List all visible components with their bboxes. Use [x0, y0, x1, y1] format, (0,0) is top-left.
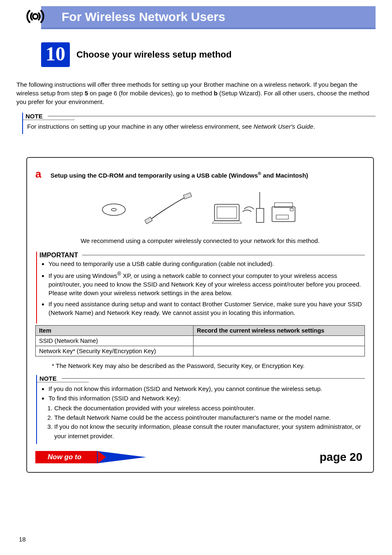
header-title: For Wireless Network Users [62, 10, 225, 24]
method-a-title: Setup using the CD-ROM and temporarily u… [51, 172, 308, 179]
important-block: IMPORTANT You need to temporarily use a … [36, 252, 365, 324]
table-footnote: * The Network Key may also be described … [52, 362, 365, 369]
step-title: Choose your wireless setup method [76, 49, 232, 60]
top-note: NOTE For instructions on setting up your… [22, 113, 376, 134]
svg-rect-8 [256, 208, 264, 222]
table-row: Network Key* (Security Key/Encryption Ke… [36, 346, 365, 356]
cell-key-label: Network Key* (Security Key/Encryption Ke… [36, 346, 194, 356]
settings-table: Item Record the current wireless network… [35, 325, 365, 356]
svg-point-0 [33, 14, 38, 19]
important-list: You need to temporarily use a USB cable … [41, 259, 362, 317]
diagram-row [35, 188, 365, 229]
goto-label: Now go to [35, 451, 98, 463]
svg-rect-11 [276, 215, 288, 219]
important-label: IMPORTANT [37, 252, 78, 259]
svg-rect-9 [272, 207, 295, 222]
cell-ssid-input[interactable] [194, 336, 365, 346]
note-label: NOTE [23, 113, 75, 120]
intro-paragraph: The following instructions will offer th… [16, 80, 376, 106]
svg-rect-3 [145, 217, 152, 224]
cd-icon [99, 194, 128, 223]
svg-point-2 [111, 208, 116, 211]
cell-key-input[interactable] [194, 346, 365, 356]
goto-arrow-icon [98, 451, 155, 463]
laptop-wireless-printer-icon [210, 188, 301, 229]
svg-point-1 [102, 204, 125, 215]
wifi-icon [24, 5, 47, 29]
header-bar: For Wireless Network Users [41, 6, 376, 29]
recommend-text: We recommend using a computer wirelessly… [35, 237, 365, 244]
th-item: Item [36, 326, 194, 336]
svg-rect-4 [183, 193, 191, 199]
svg-rect-12 [290, 208, 293, 211]
cell-ssid-label: SSID (Network Name) [36, 336, 194, 346]
goto-target[interactable]: page 20 [320, 451, 365, 464]
note2-numbered: Check the documentation provided with yo… [47, 404, 362, 441]
th-record: Record the current wireless network sett… [194, 326, 365, 336]
method-a-box: a Setup using the CD-ROM and temporarily… [26, 157, 374, 473]
table-row: SSID (Network Name) [36, 336, 365, 346]
step-number-box: 10 [41, 42, 70, 67]
note-label: NOTE [37, 375, 89, 382]
note-body: For instructions on setting up your mach… [23, 120, 376, 134]
method-a-note: NOTE If you do not know this information… [36, 375, 365, 444]
usb-cable-icon [145, 192, 194, 225]
svg-rect-6 [217, 207, 237, 218]
method-a-heading: a Setup using the CD-ROM and temporarily… [35, 168, 365, 180]
method-letter: a [35, 168, 41, 180]
goto-bar: Now go to page 20 [35, 451, 365, 464]
page-number: 18 [19, 536, 26, 543]
note2-bullets: If you do not know this information (SSI… [41, 384, 362, 403]
